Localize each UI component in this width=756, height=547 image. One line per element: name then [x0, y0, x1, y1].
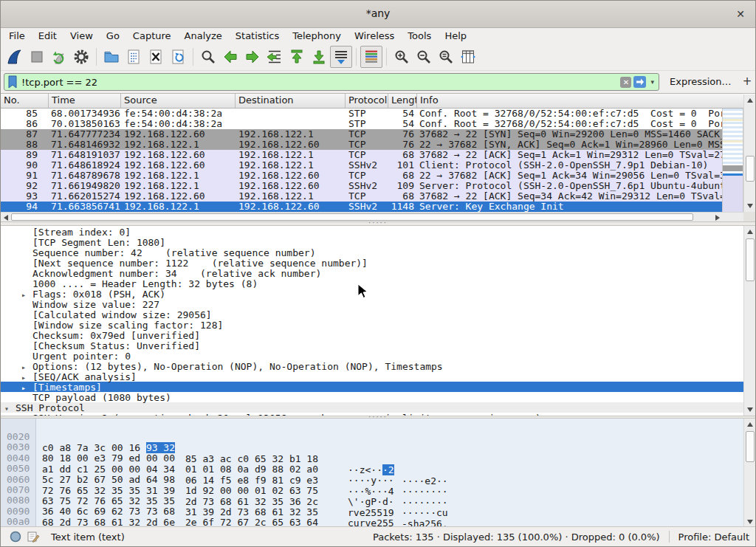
resize-columns-button[interactable]	[457, 46, 479, 68]
capture-options-button[interactable]	[70, 46, 92, 68]
detail-line[interactable]: [Next sequence number: 1122 (relative se…	[1, 258, 743, 268]
details-vscrollbar[interactable]	[743, 226, 756, 416]
packet-row[interactable]: 86 70.013850163 fe:54:00:d4:38:2a STP 54…	[1, 119, 722, 129]
zoom-out-button[interactable]	[413, 46, 435, 68]
packet-row[interactable]: 92 71.661949820 192.168.122.1 192.168.12…	[1, 181, 722, 191]
stop-capture-button[interactable]	[26, 46, 48, 68]
detail-line[interactable]: Urgent pointer: 0	[1, 351, 743, 361]
detail-line[interactable]: [TCP Segment Len: 1080]	[1, 237, 743, 247]
hex-row[interactable]: 0020 c0 a8 7a 3c 00 16 93 32 85 a3 ac c0…	[1, 420, 743, 430]
hex-row[interactable]: 00a0 65 63 64 68 2d 73 68 61 32 2d 6e 69…	[1, 505, 743, 515]
scroll-up-icon[interactable]	[747, 422, 753, 427]
scroll-thumb[interactable]	[746, 431, 755, 462]
column-header[interactable]: Length	[388, 94, 417, 108]
detail-line[interactable]: ▸[SEQ/ACK analysis]	[1, 371, 743, 382]
go-to-last-packet-button[interactable]	[308, 46, 330, 68]
detail-line[interactable]: Acknowledgment number: 34 (relative ack …	[1, 268, 743, 278]
detail-line[interactable]: ▾SSH Protocol	[1, 402, 743, 413]
filter-apply-button[interactable]	[633, 76, 646, 88]
menu-item[interactable]: Go	[100, 29, 126, 43]
detail-line[interactable]: [Checksum Status: Unverified]	[1, 340, 743, 351]
menu-item[interactable]: Wireless	[348, 29, 401, 43]
menu-item[interactable]: Analyze	[178, 29, 229, 43]
packet-row[interactable]: 87 71.647777234 192.168.122.60 192.168.1…	[1, 129, 722, 140]
profile-label[interactable]: Profile: Default	[678, 531, 749, 543]
expression-button[interactable]: Expression…	[670, 76, 732, 87]
open-capture-file-button[interactable]	[100, 46, 123, 68]
display-filter-input[interactable]	[21, 77, 620, 88]
column-header[interactable]: Source	[121, 94, 236, 108]
expand-arrow-icon[interactable]: ▸	[21, 291, 32, 299]
detail-line[interactable]: Checksum: 0x79ed [unverified]	[1, 330, 743, 340]
hex-row[interactable]: 0080 36 40 6c 69 62 73 73 68 2e 6f 72 67…	[1, 484, 743, 494]
column-header[interactable]: Info	[417, 94, 743, 108]
close-capture-file-button[interactable]	[145, 46, 167, 68]
filter-history-dropdown-icon[interactable]: ▾	[650, 78, 654, 86]
hex-row[interactable]: 0050 5c 27 b2 67 50 ad 64 98 1d 92 00 00…	[1, 452, 743, 462]
zoom-reset-button[interactable]	[435, 46, 457, 68]
expand-arrow-icon[interactable]: ▸	[21, 374, 32, 382]
packet-list-vscrollbar[interactable]	[743, 94, 756, 212]
colorize-toggle-button[interactable]	[360, 46, 382, 68]
scroll-down-icon[interactable]	[747, 520, 753, 524]
hex-row[interactable]: 00b0 38 34 2c 65 63 64 68 2d 73 68 61 32…	[1, 516, 743, 526]
menu-item[interactable]: Statistics	[229, 29, 286, 43]
restart-capture-button[interactable]	[48, 46, 70, 68]
detail-line[interactable]: Window size value: 227	[1, 299, 743, 309]
hex-row[interactable]: 0070 63 75 72 76 65 32 35 35 31 39 2d 73…	[1, 473, 743, 484]
hex-row[interactable]: 0030 80 18 00 e3 79 ed 00 00 01 01 08 0a…	[1, 430, 743, 441]
detail-line[interactable]: ▸Options: (12 bytes), No-Operation (NOP)…	[1, 361, 743, 371]
close-window-button[interactable]: ✕	[733, 7, 748, 21]
zoom-in-button[interactable]	[391, 46, 413, 68]
menu-item[interactable]: Telephony	[286, 29, 348, 43]
detail-line[interactable]: Sequence number: 42 (relative sequence n…	[1, 247, 743, 258]
capture-comment-icon[interactable]	[27, 531, 40, 543]
menu-item[interactable]: Edit	[32, 29, 63, 43]
display-filter-field[interactable]: ✕ ▾	[4, 73, 659, 91]
scroll-thumb[interactable]	[746, 238, 755, 281]
expand-arrow-icon[interactable]: ▾	[4, 405, 16, 413]
add-filter-button[interactable]: +	[742, 75, 752, 88]
packet-row[interactable]: 85 68.001734936 fe:54:00:d4:38:2a STP 54…	[1, 109, 722, 119]
detail-line[interactable]: ▸[Timestamps]	[1, 382, 743, 392]
packet-row[interactable]: 94 71.663856741 192.168.122.1 192.168.12…	[1, 202, 722, 212]
scroll-right-icon[interactable]	[715, 215, 720, 221]
detail-line[interactable]: 1000 .... = Header Length: 32 bytes (8)	[1, 278, 743, 289]
menu-item[interactable]: View	[63, 29, 100, 43]
save-capture-file-button[interactable]	[123, 46, 145, 68]
bookmark-icon[interactable]	[7, 75, 18, 89]
menu-item[interactable]: Tools	[401, 29, 438, 43]
column-header[interactable]: Protocol	[346, 94, 388, 108]
start-capture-button[interactable]	[4, 46, 26, 68]
packet-row[interactable]: 93 71.662015274 192.168.122.60 192.168.1…	[1, 191, 722, 202]
detail-line[interactable]: [Stream index: 0]	[1, 227, 743, 237]
scroll-thumb[interactable]	[746, 156, 755, 182]
menu-item[interactable]: Help	[438, 29, 473, 43]
scroll-up-icon[interactable]	[747, 230, 753, 234]
find-packet-button[interactable]	[197, 46, 219, 68]
expert-info-icon[interactable]	[10, 531, 21, 543]
hex-row[interactable]: 0090 68 2d 73 68 61 32 2d 6e 69 73 74 70…	[1, 495, 743, 505]
detail-line[interactable]: [Calculated window size: 29056]	[1, 309, 743, 320]
scroll-up-icon[interactable]	[747, 98, 753, 103]
menu-item[interactable]: File	[2, 29, 32, 43]
expand-arrow-icon[interactable]: ▸	[21, 384, 32, 392]
packet-row[interactable]: 91 71.648789678 192.168.122.1 192.168.12…	[1, 171, 722, 181]
scroll-down-icon[interactable]	[747, 407, 753, 412]
go-forward-button[interactable]	[241, 46, 264, 68]
go-back-button[interactable]	[219, 46, 241, 68]
scroll-down-icon[interactable]	[747, 204, 753, 208]
hex-row[interactable]: 0040 a1 dd c1 25 00 00 04 34 06 14 f5 e8…	[1, 441, 743, 452]
detail-line[interactable]: TCP payload (1080 bytes)	[1, 392, 743, 402]
scroll-thumb[interactable]	[11, 213, 693, 221]
packet-row[interactable]: 89 71.648191037 192.168.122.60 192.168.1…	[1, 150, 722, 160]
go-to-packet-button[interactable]	[264, 46, 286, 68]
expand-arrow-icon[interactable]: ▸	[21, 363, 32, 371]
detail-line[interactable]: [Window size scaling factor: 128]	[1, 320, 743, 330]
hex-row[interactable]: 0060 72 76 65 32 35 35 31 39 2d 73 68 61…	[1, 463, 743, 473]
packet-row[interactable]: 90 71.648618924 192.168.122.60 192.168.1…	[1, 160, 722, 171]
scroll-left-icon[interactable]	[4, 215, 8, 221]
auto-scroll-toggle-button[interactable]	[330, 46, 352, 68]
column-header[interactable]: No.	[1, 94, 49, 108]
detail-line[interactable]: ▸Flags: 0x018 (PSH, ACK)	[1, 289, 743, 299]
